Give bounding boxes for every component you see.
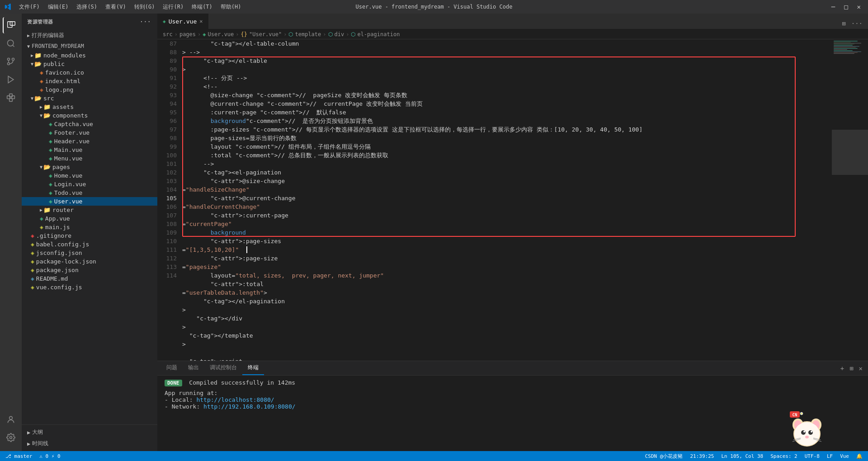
activity-explorer[interactable] [3,17,19,33]
tree-item-vue-config[interactable]: ◈ vue.config.js [22,283,157,292]
status-encoding[interactable]: UTF-8 [803,453,821,459]
tree-item-pages[interactable]: ▼ 📂 pages [22,163,157,171]
tree-item-package-lock[interactable]: ◈ package-lock.json [22,257,157,266]
status-csdn[interactable]: CSDN @小花皮豬 [643,453,685,460]
tree-item-components[interactable]: ▼ 📂 components [22,111,157,120]
tree-item-user[interactable]: ◈ User.vue [22,197,157,206]
network-url-line: - Network: http://192.168.0.109:8080/ [165,403,861,410]
tree-item-home[interactable]: ◈ Home.vue [22,171,157,180]
tree-item-package[interactable]: ◈ package.json [22,266,157,274]
tree-item-public[interactable]: ▼ 📂 public [22,60,157,68]
tree-item-footer[interactable]: ◈ Footer.vue [22,128,157,137]
folder-icon-router: 📁 [43,207,51,213]
breadcrumb-el-pagination[interactable]: el-pagination [357,31,400,38]
status-position[interactable]: Ln 105, Col 38 [719,453,765,459]
split-editor-icon[interactable]: ⊞ [840,18,847,29]
panel-tab-output[interactable]: 输出 [183,361,204,375]
menu-select[interactable]: 选择(S) [73,2,101,12]
sidebar-header-icons[interactable]: ··· [139,17,152,26]
line-num-98: 98 [157,134,177,142]
panel-close-icon[interactable]: ✕ [857,363,864,374]
menu-view[interactable]: 查看(V) [102,2,130,12]
tree-item-readme[interactable]: ◈ README.md [22,274,157,283]
json-icon-package: ◈ [31,267,34,273]
sidebar-outline[interactable]: ▶ 大纲 [22,427,157,438]
maximize-button[interactable]: □ [841,2,850,11]
sidebar-open-editors[interactable]: ▶ 打开的编辑器 [22,30,157,41]
tree-item-babel[interactable]: ◈ babel.config.js [22,240,157,249]
sidebar-more-icon[interactable]: ··· [139,17,152,26]
panel-tab-problems[interactable]: 问题 [161,361,183,375]
code-editor[interactable]: 8788899091929394959697989910010110210310… [157,39,832,361]
menu-terminal[interactable]: 终端(T) [188,2,216,12]
tree-item-main-js[interactable]: ◈ main.js [22,223,157,231]
menu-help[interactable]: 帮助(H) [217,2,245,12]
status-notifications[interactable]: 🔔 [854,453,864,459]
sidebar-root-folder[interactable]: ▼ FRONTEND_MYDREAM [22,41,157,51]
title-bar-left: 文件(F) 编辑(E) 选择(S) 查看(V) 转到(G) 运行(R) 终端(T… [5,2,245,12]
tab-close-button[interactable]: ✕ [199,18,203,24]
git-icon-gitignore: ◈ [31,232,34,239]
title-bar-controls[interactable]: ─ □ ✕ [829,2,863,11]
local-url[interactable]: http://localhost:8080/ [196,396,274,403]
minimize-button[interactable]: ─ [829,2,838,11]
tree-item-app[interactable]: ◈ App.vue [22,214,157,223]
tree-item-src[interactable]: ▼ 📂 src [22,94,157,103]
breadcrumb-src[interactable]: src [163,31,173,38]
status-lang[interactable]: Vue [838,453,851,459]
activity-settings[interactable] [3,429,19,446]
compile-status-line: DONE Compiled successfully in 142ms [165,379,861,386]
breadcrumb-pages[interactable]: pages [179,31,196,38]
tree-item-assets[interactable]: ▶ 📁 assets [22,103,157,111]
minimap-slider[interactable] [832,130,868,175]
line-num-94: 94 [157,99,177,108]
more-actions-icon[interactable]: ··· [849,18,864,29]
sidebar-timeline[interactable]: ▶ 时间线 [22,438,157,449]
tree-item-router[interactable]: ▶ 📁 router [22,206,157,214]
tree-item-node-modules[interactable]: ▶ 📁 node_modules [22,51,157,60]
close-button[interactable]: ✕ [854,2,863,11]
panel-split-icon[interactable]: ⊞ [848,363,855,374]
line-num-89: 89 [157,56,177,65]
activity-accounts[interactable] [3,411,19,428]
menu-run[interactable]: 运行(R) [159,2,187,12]
tree-item-login[interactable]: ◈ Login.vue [22,180,157,188]
panel-tab-debug[interactable]: 调试控制台 [204,361,242,375]
tree-item-jsconfig[interactable]: ◈ jsconfig.json [22,249,157,257]
tree-item-gitignore[interactable]: ◈ .gitignore [22,231,157,240]
status-errors[interactable]: ⚠ 0 ⚡ 0 [38,453,62,459]
menu-file[interactable]: 文件(F) [15,2,43,12]
activity-extensions[interactable] [3,89,19,106]
tree-item-main-vue[interactable]: ◈ Main.vue [22,146,157,154]
folder-icon-assets: 📁 [43,103,51,110]
tree-item-menu-vue[interactable]: ◈ Menu.vue [22,154,157,163]
title-bar-menu[interactable]: 文件(F) 编辑(E) 选择(S) 查看(V) 转到(G) 运行(R) 终端(T… [15,2,245,12]
panel-tab-terminal[interactable]: 终端 [242,361,264,375]
tree-item-header[interactable]: ◈ Header.vue [22,137,157,146]
tree-item-index-html[interactable]: ◈ index.html [22,77,157,85]
activity-git[interactable] [3,53,19,70]
tree-item-logo-png[interactable]: ◈ logo.png [22,85,157,94]
tree-item-favicon[interactable]: ◈ favicon.ico [22,68,157,77]
code-line-113: "c-tag"><script [182,357,823,361]
tree-item-todo[interactable]: ◈ Todo.vue [22,188,157,197]
activity-search[interactable] [3,35,19,52]
tab-bar-actions[interactable]: ⊞ ··· [840,18,868,29]
breadcrumb-user-vue-obj[interactable]: "User.vue" [249,31,282,38]
panel-tabs-right[interactable]: + ⊞ ✕ [839,363,864,374]
menu-goto[interactable]: 转到(G) [131,2,159,12]
network-url[interactable]: http://192.168.0.109:8080/ [203,403,296,410]
tab-user-vue[interactable]: ◈ User.vue ✕ [157,14,208,29]
breadcrumb-div[interactable]: div [335,31,344,38]
line-num-107: 107 [157,211,177,220]
code-content[interactable]: "c-tag"></el-table-column> --> "c-tag"><… [182,39,832,361]
tree-item-captcha[interactable]: ◈ Captcha.vue [22,120,157,128]
activity-debug[interactable] [3,71,19,88]
status-branch[interactable]: ⎇ master [4,453,34,459]
status-eol[interactable]: LF [825,453,835,459]
menu-edit[interactable]: 编辑(E) [44,2,72,12]
breadcrumb-user-vue[interactable]: User.vue [208,31,234,38]
breadcrumb-template[interactable]: template [295,31,321,38]
status-spaces[interactable]: Spaces: 2 [769,453,799,459]
panel-add-icon[interactable]: + [839,363,846,374]
